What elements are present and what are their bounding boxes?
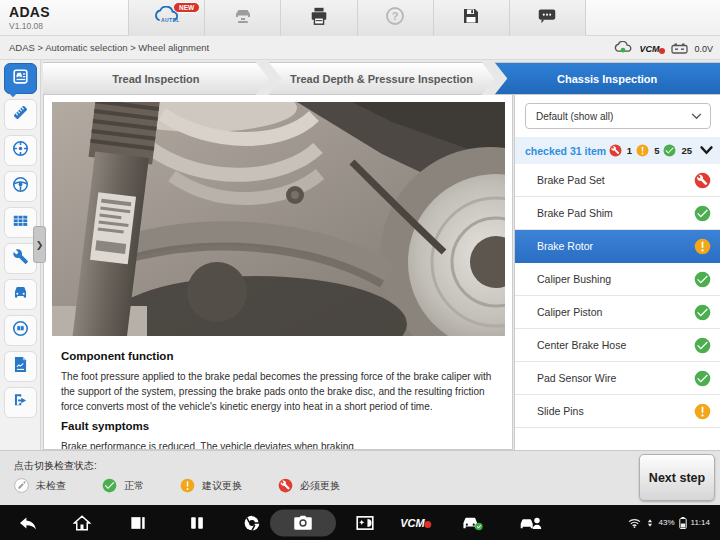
sidebar-item-tire[interactable] xyxy=(4,135,37,166)
tire-wheel-icon xyxy=(11,139,30,162)
legend-item-red: 必须更换 xyxy=(278,478,340,493)
car-connected-icon xyxy=(460,515,484,531)
wifi-icon xyxy=(628,518,641,528)
list-item-label: Brake Rotor xyxy=(537,240,694,252)
sidebar-item-tools[interactable] xyxy=(4,243,37,274)
app-identity: ADAS V1.10.08 xyxy=(9,4,50,31)
status-green-icon[interactable] xyxy=(694,205,711,222)
help-icon: ? xyxy=(385,6,405,30)
list-item-pad-sensor-wire[interactable]: Pad Sensor Wire xyxy=(515,362,720,395)
feedback-button[interactable] xyxy=(510,0,585,36)
list-item-brake-pad-shim[interactable]: Brake Pad Shim xyxy=(515,197,720,230)
screen-capture-icon xyxy=(356,515,374,530)
help-button[interactable]: ? xyxy=(358,0,434,36)
vehicle-inspection-icon xyxy=(11,67,30,90)
breadcrumb: ADAS > Automatic selection > Wheel align… xyxy=(9,42,209,53)
legend-item-label: 正常 xyxy=(124,479,144,493)
battery-voltage: 0.0V xyxy=(694,44,713,54)
save-button[interactable] xyxy=(434,0,510,36)
chat-feedback-icon xyxy=(536,6,558,30)
list-item-caliper-piston[interactable]: Caliper Piston xyxy=(515,296,720,329)
list-item-slide-pins[interactable]: Slide Pins xyxy=(515,395,720,428)
system-status-cluster: 43% 11:14 xyxy=(628,505,710,540)
status-green-icon xyxy=(663,144,676,157)
sidebar-item-manual[interactable] xyxy=(4,315,37,346)
list-item-label: Caliper Bushing xyxy=(537,273,694,285)
sidebar-item-report[interactable] xyxy=(4,351,37,382)
tab-tread-depth-pressure[interactable]: Tread Depth & Pressure Inspection xyxy=(269,62,495,95)
back-icon xyxy=(18,515,38,531)
tab-tread-inspection[interactable]: Tread Inspection xyxy=(43,62,269,95)
collapse-list-icon[interactable] xyxy=(700,146,713,155)
chrome-browser-icon xyxy=(243,514,261,532)
browser-button[interactable] xyxy=(243,514,261,532)
split-screen-button[interactable] xyxy=(189,515,206,530)
cloud-connected-icon xyxy=(613,40,633,58)
top-header: ADAS V1.10.08 AUTEL NEW xyxy=(0,0,720,36)
app-title: ADAS xyxy=(9,4,50,20)
status-yellow-icon[interactable] xyxy=(694,403,711,420)
component-photo xyxy=(52,102,505,336)
vcmi-nav-logo: VCM xyxy=(400,517,431,529)
vehicle-lift-button[interactable] xyxy=(205,0,281,36)
status-green-icon[interactable] xyxy=(694,304,711,321)
summary-badges: 1 5 25 xyxy=(609,144,713,157)
legend-item-label: 未检查 xyxy=(36,479,66,493)
vcm-status-dot xyxy=(659,48,665,54)
status-yellow-icon xyxy=(180,478,195,493)
checklist-panel: Default (show all) checked 31 item 1 5 2… xyxy=(514,95,720,450)
home-button[interactable] xyxy=(73,514,91,531)
split-screen-icon xyxy=(189,515,206,530)
yellow-count: 5 xyxy=(654,145,659,156)
component-detail-panel: Component function The foot pressure app… xyxy=(43,95,513,450)
status-green-icon[interactable] xyxy=(694,271,711,288)
component-function-heading: Component function xyxy=(61,350,495,362)
legend-title: 点击切换检查状态: xyxy=(14,459,97,473)
recents-button[interactable] xyxy=(130,515,147,530)
sidebar-item-exit[interactable] xyxy=(4,387,37,418)
status-green-icon xyxy=(102,478,117,493)
sidebar-item-data-grid[interactable] xyxy=(4,207,37,238)
status-yellow-icon xyxy=(636,144,649,157)
autel-cloud-button[interactable]: AUTEL NEW xyxy=(129,0,205,36)
screenshot-camera-button[interactable] xyxy=(270,509,336,536)
breadcrumb-bar: ADAS > Automatic selection > Wheel align… xyxy=(0,36,720,60)
status-red-icon xyxy=(609,144,622,157)
svg-text:?: ? xyxy=(392,10,399,22)
back-button[interactable] xyxy=(18,515,38,531)
checked-summary-row[interactable]: checked 31 item 1 5 25 xyxy=(515,137,720,164)
sidebar-item-vehicle-inspection[interactable] xyxy=(4,63,37,94)
vcmi-status-button[interactable]: VCM xyxy=(400,517,431,529)
next-step-button[interactable]: Next step xyxy=(639,454,715,501)
legend-items: 未检查正常建议更换必须更换 xyxy=(14,478,376,493)
left-sidebar xyxy=(0,60,41,505)
tab-chassis-inspection[interactable]: Chassis Inspection xyxy=(494,62,720,95)
status-red-icon[interactable] xyxy=(694,172,711,189)
sidebar-item-vehicle[interactable] xyxy=(4,279,37,310)
list-item-brake-rotor[interactable]: Brake Rotor xyxy=(515,230,720,263)
panel-collapse-handle[interactable]: ❯ xyxy=(33,226,46,263)
report-document-icon xyxy=(11,355,30,378)
screen-capture-button[interactable] xyxy=(356,515,374,530)
list-item-center-brake-hose[interactable]: Center Brake Hose xyxy=(515,329,720,362)
status-green-icon[interactable] xyxy=(694,337,711,354)
status-yellow-icon[interactable] xyxy=(694,238,711,255)
exit-icon xyxy=(11,391,30,414)
filter-dropdown[interactable]: Default (show all) xyxy=(525,103,711,129)
red-count: 1 xyxy=(627,145,632,156)
vehicle-connection-button[interactable] xyxy=(460,515,484,531)
ruler-icon xyxy=(11,103,30,126)
data-transfer-icon xyxy=(645,518,655,528)
svg-text:AUTEL: AUTEL xyxy=(161,17,180,23)
print-button[interactable] xyxy=(281,0,357,36)
book-icon xyxy=(11,319,30,342)
remote-expert-button[interactable] xyxy=(519,515,543,531)
status-green-icon[interactable] xyxy=(694,370,711,387)
list-item-brake-pad-set[interactable]: Brake Pad Set xyxy=(515,164,720,197)
sidebar-item-steering[interactable] xyxy=(4,171,37,202)
legend-item-gray: 未检查 xyxy=(14,478,66,493)
fault-symptoms-heading: Fault symptoms xyxy=(61,420,495,432)
sidebar-item-tread-measure[interactable] xyxy=(4,99,37,130)
list-item-caliper-bushing[interactable]: Caliper Bushing xyxy=(515,263,720,296)
tools-icon xyxy=(11,247,30,270)
